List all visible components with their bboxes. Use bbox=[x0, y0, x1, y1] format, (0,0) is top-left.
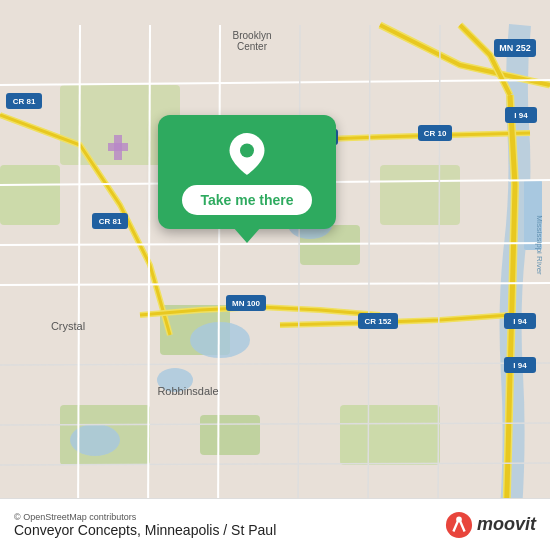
popup-card: Take me there bbox=[158, 115, 336, 229]
svg-text:Center: Center bbox=[237, 41, 268, 52]
moovit-logo[interactable]: moovit bbox=[445, 511, 536, 539]
map-svg: MN 252 I 94 CR 81 CR 81 CR 10 CR 10 MN 1… bbox=[0, 0, 550, 550]
bottom-bar: © OpenStreetMap contributors Conveyor Co… bbox=[0, 498, 550, 550]
svg-point-57 bbox=[446, 511, 472, 537]
svg-point-56 bbox=[240, 144, 254, 158]
svg-point-9 bbox=[190, 322, 250, 358]
svg-text:Mississippi River: Mississippi River bbox=[535, 215, 544, 275]
map-attribution: © OpenStreetMap contributors bbox=[14, 512, 276, 522]
svg-rect-5 bbox=[380, 165, 460, 225]
svg-rect-55 bbox=[108, 143, 128, 151]
svg-text:CR 81: CR 81 bbox=[13, 97, 36, 106]
map-container: MN 252 I 94 CR 81 CR 81 CR 10 CR 10 MN 1… bbox=[0, 0, 550, 550]
svg-rect-7 bbox=[200, 415, 260, 455]
svg-text:CR 152: CR 152 bbox=[364, 317, 392, 326]
svg-text:MN 252: MN 252 bbox=[499, 43, 531, 53]
svg-text:Crystal: Crystal bbox=[51, 320, 85, 332]
svg-text:CR 81: CR 81 bbox=[99, 217, 122, 226]
location-pin-icon bbox=[226, 133, 268, 175]
svg-rect-8 bbox=[340, 405, 440, 465]
svg-text:CR 10: CR 10 bbox=[424, 129, 447, 138]
svg-text:I 94: I 94 bbox=[513, 361, 527, 370]
svg-point-58 bbox=[456, 516, 462, 522]
bottom-left-info: © OpenStreetMap contributors Conveyor Co… bbox=[14, 512, 276, 538]
take-me-there-button[interactable]: Take me there bbox=[182, 185, 311, 215]
svg-text:MN 100: MN 100 bbox=[232, 299, 261, 308]
location-name: Conveyor Concepts, Minneapolis / St Paul bbox=[14, 522, 276, 538]
moovit-text: moovit bbox=[477, 514, 536, 535]
svg-text:Robbinsdale: Robbinsdale bbox=[157, 385, 218, 397]
svg-text:I 94: I 94 bbox=[513, 317, 527, 326]
moovit-icon bbox=[445, 511, 473, 539]
svg-text:Brooklyn: Brooklyn bbox=[233, 30, 272, 41]
svg-rect-4 bbox=[0, 165, 60, 225]
svg-text:I 94: I 94 bbox=[514, 111, 528, 120]
